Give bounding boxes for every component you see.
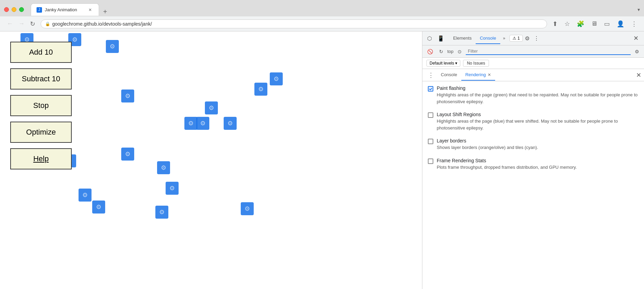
fullscreen-button[interactable] xyxy=(19,7,24,12)
default-levels-button[interactable]: Default levels ▾ xyxy=(426,60,460,67)
layer-borders-description: Shows layer borders (orange/olive) and t… xyxy=(437,144,639,151)
blue-square xyxy=(79,189,92,202)
blue-square xyxy=(184,117,197,130)
sidebar-button[interactable]: ▭ xyxy=(601,19,613,29)
elements-tab[interactable]: Elements xyxy=(449,33,476,44)
reload-page-button[interactable]: ↻ xyxy=(437,48,445,55)
rendering-item-frame-rendering-stats: Frame Rendering StatsPlots frame through… xyxy=(428,158,639,171)
layer-borders-title: Layer borders xyxy=(437,138,639,143)
rendering-item-paint-flashing: Paint flashingHighlights areas of the pa… xyxy=(428,85,639,105)
devtools-settings-button[interactable]: ⚙ xyxy=(523,34,532,43)
minimize-button[interactable] xyxy=(12,7,16,12)
clear-console-button[interactable]: 🚫 xyxy=(425,48,435,55)
profile-button[interactable]: 👤 xyxy=(614,19,627,29)
layer-borders-checkbox[interactable] xyxy=(428,139,433,144)
optimize-button[interactable]: Optimize xyxy=(10,122,72,143)
address-bar[interactable]: 🔒 googlechrome.github.io/devtools-sample… xyxy=(41,19,547,28)
rendering-item-layer-borders: Layer bordersShows layer borders (orange… xyxy=(428,138,639,151)
extension-button[interactable]: 🧩 xyxy=(574,19,587,29)
tab-favicon: J xyxy=(37,7,42,13)
blue-square xyxy=(121,90,134,102)
lock-icon: 🔒 xyxy=(45,22,50,26)
blue-square xyxy=(92,201,105,214)
console-filter-toggle[interactable]: ⊙ xyxy=(456,48,464,55)
console-levels-bar: Default levels ▾ No Issues xyxy=(422,58,644,69)
paint-flashing-checkbox[interactable] xyxy=(428,86,433,92)
share-button[interactable]: ⬆ xyxy=(550,19,560,29)
drawer-console-tab[interactable]: Console xyxy=(437,69,461,81)
nav-bar: ← → ↻ 🔒 googlechrome.github.io/devtools-… xyxy=(0,16,644,31)
blue-square xyxy=(166,182,179,195)
bookmark-button[interactable]: ☆ xyxy=(562,19,573,29)
blue-square xyxy=(155,206,168,219)
frame-rendering-stats-checkbox[interactable] xyxy=(428,159,433,164)
active-tab[interactable]: J Janky Animation ✕ xyxy=(31,3,99,16)
layout-shift-regions-description: Highlights areas of the page (blue) that… xyxy=(437,118,639,131)
warning-badge: ⚠ 1 xyxy=(509,35,523,42)
content-area: Add 10 Subtract 10 Stop Optimize Help ⬡ … xyxy=(0,31,644,289)
levels-label: Default levels ▾ xyxy=(430,61,457,66)
cast-button[interactable]: 🖥 xyxy=(588,19,600,29)
paint-flashing-description: Highlights areas of the page (green) tha… xyxy=(437,92,639,105)
blue-square xyxy=(106,40,119,53)
address-text: googlechrome.github.io/devtools-samples/… xyxy=(52,21,543,27)
traffic-lights xyxy=(4,7,24,12)
stop-button[interactable]: Stop xyxy=(10,95,72,116)
new-tab-button[interactable]: + xyxy=(100,8,110,16)
blue-square xyxy=(241,202,254,215)
devtools-toolbar: 🚫 ↻ top ⊙ ⚙ xyxy=(422,45,644,58)
console-context-selector[interactable]: top xyxy=(447,49,453,54)
console-settings-button[interactable]: ⚙ xyxy=(633,48,641,55)
devtools-panel: ⬡ 📱 Elements Console » ⚠ 1 ⚙ ⋮ ✕ 🚫 ↻ top… xyxy=(422,31,644,289)
devtools-close-button[interactable]: ✕ xyxy=(631,33,641,43)
devtools-icon-buttons: ⬡ 📱 xyxy=(425,34,446,43)
forward-button[interactable]: → xyxy=(16,19,27,29)
subtract-10-button[interactable]: Subtract 10 xyxy=(10,68,72,90)
warning-count: 1 xyxy=(518,36,520,41)
console-filter-input[interactable] xyxy=(466,48,631,55)
drawer-rendering-tab[interactable]: Rendering ✕ xyxy=(461,69,495,81)
tab-close-button[interactable]: ✕ xyxy=(87,7,93,13)
rendering-tab-close[interactable]: ✕ xyxy=(488,72,491,77)
add-10-button[interactable]: Add 10 xyxy=(10,42,72,63)
rendering-item-layout-shift-regions: Layout Shift RegionsHighlights areas of … xyxy=(428,112,639,131)
inspect-element-button[interactable]: ⬡ xyxy=(425,34,434,43)
blue-square xyxy=(121,148,134,161)
blue-square xyxy=(224,117,237,130)
device-toolbar-button[interactable]: 📱 xyxy=(435,34,446,43)
no-issues-button[interactable]: No Issues xyxy=(463,60,489,67)
devtools-more-options-button[interactable]: ⋮ xyxy=(532,34,541,43)
nav-actions: ⬆ ☆ 🧩 🖥 ▭ 👤 ⋮ xyxy=(550,19,640,29)
help-button[interactable]: Help xyxy=(10,148,72,169)
reload-button[interactable]: ↻ xyxy=(27,19,38,29)
drawer-tabs: ⋮ Console Rendering ✕ ✕ xyxy=(422,69,644,81)
more-tabs-button[interactable]: » xyxy=(500,35,508,42)
back-button[interactable]: ← xyxy=(4,19,16,29)
drawer-more-button[interactable]: ⋮ xyxy=(425,70,437,80)
page-content: Add 10 Subtract 10 Stop Optimize Help xyxy=(0,31,422,289)
warning-icon: ⚠ xyxy=(513,36,516,41)
blue-square xyxy=(254,83,267,96)
menu-button[interactable]: ⋮ xyxy=(628,19,640,29)
blue-square xyxy=(196,117,209,130)
blue-square xyxy=(157,161,170,174)
frame-rendering-stats-title: Frame Rendering Stats xyxy=(437,158,639,163)
blue-square xyxy=(205,101,218,114)
tab-title: Janky Animation xyxy=(45,7,84,12)
rendering-panel: Paint flashingHighlights areas of the pa… xyxy=(422,81,644,289)
close-button[interactable] xyxy=(4,7,9,12)
layout-shift-regions-title: Layout Shift Regions xyxy=(437,112,639,117)
drawer-close-button[interactable]: ✕ xyxy=(636,71,641,79)
page-buttons: Add 10 Subtract 10 Stop Optimize Help xyxy=(10,42,72,169)
devtools-tabs: ⬡ 📱 Elements Console » ⚠ 1 ⚙ ⋮ ✕ xyxy=(422,31,644,45)
frame-rendering-stats-description: Plots frame throughput, dropped frames d… xyxy=(437,164,639,171)
layout-shift-regions-checkbox[interactable] xyxy=(428,112,433,118)
console-tab[interactable]: Console xyxy=(476,33,500,44)
tab-dropdown-button[interactable]: ▾ xyxy=(638,7,640,12)
tab-bar: J Janky Animation ✕ + xyxy=(31,3,638,16)
devtools-header: ⬡ 📱 Elements Console » ⚠ 1 ⚙ ⋮ ✕ xyxy=(422,31,644,45)
paint-flashing-title: Paint flashing xyxy=(437,85,639,91)
blue-square xyxy=(270,72,283,85)
